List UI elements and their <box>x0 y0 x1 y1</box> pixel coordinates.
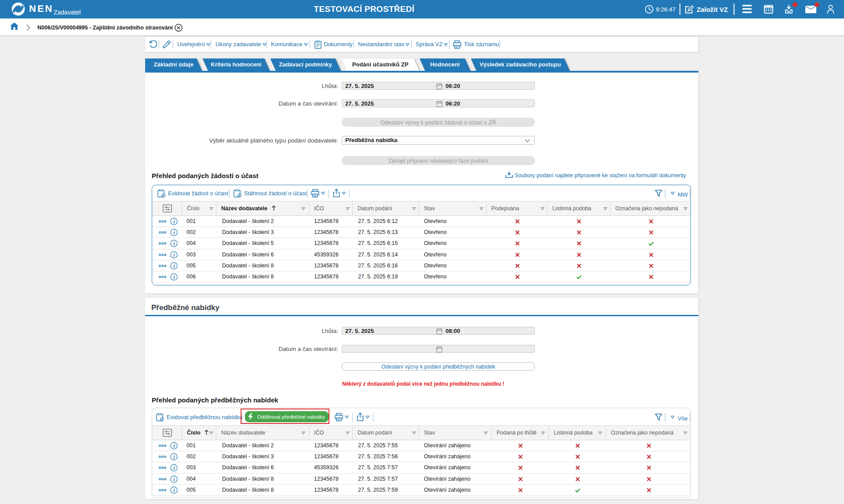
svg-text:i: i <box>173 487 175 493</box>
svg-text:i: i <box>173 252 175 257</box>
svg-text:i: i <box>173 443 175 449</box>
svg-text:i: i <box>173 230 175 235</box>
svg-text:i: i <box>173 476 175 482</box>
svg-text:i: i <box>173 274 175 280</box>
svg-text:i: i <box>173 465 175 471</box>
svg-text:i: i <box>173 263 175 268</box>
svg-text:i: i <box>173 454 175 460</box>
svg-text:i: i <box>173 219 175 224</box>
svg-text:i: i <box>173 241 175 246</box>
